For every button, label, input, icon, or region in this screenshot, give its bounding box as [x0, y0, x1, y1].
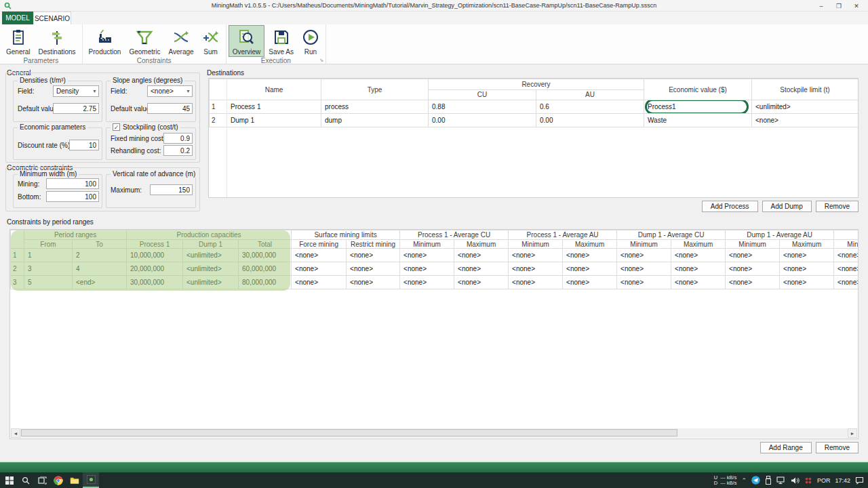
scrollbar-thumb[interactable] [21, 429, 677, 436]
period-cell[interactable]: <unlimited> [183, 262, 239, 276]
stockpile-limit-cell[interactable]: <unlimited> [752, 100, 859, 114]
col-header-au[interactable]: AU [536, 89, 644, 100]
file-explorer-icon[interactable] [66, 472, 83, 488]
column-header[interactable]: Process 1 [127, 240, 183, 249]
miningmath-taskbar-icon[interactable] [83, 472, 99, 488]
period-cell[interactable]: <none> [726, 262, 780, 276]
period-cell[interactable]: <none> [617, 249, 671, 262]
save-as-button[interactable]: Save As [264, 25, 298, 57]
economic-value-cell[interactable]: Process1 [644, 100, 752, 114]
column-group-header[interactable]: Dump 1 - Average AU [726, 230, 834, 240]
period-cell[interactable]: <none> [780, 262, 834, 276]
period-cell[interactable]: 30,000,000 [127, 276, 183, 289]
scroll-left-icon[interactable]: ◄ [11, 428, 20, 438]
col-header-name[interactable]: Name [227, 79, 321, 100]
stockpile-limit-cell[interactable]: <none> [752, 114, 859, 127]
period-cell[interactable]: 20,000,000 [127, 262, 183, 276]
column-group-header[interactable]: Dump 1 - Average CU [617, 230, 726, 240]
general-button[interactable]: General [2, 25, 35, 57]
col-header-stockpile[interactable]: Stockpile limit (t) [752, 79, 859, 100]
stockpiling-checkbox[interactable]: ✓ [113, 123, 120, 131]
period-cell[interactable]: <none> [834, 262, 859, 276]
period-cell[interactable]: 3 [24, 262, 73, 276]
sum-button[interactable]: Sum [198, 25, 224, 57]
period-cell[interactable]: <none> [454, 249, 509, 262]
period-cell[interactable]: <none> [292, 276, 347, 289]
hidden-icons-chevron[interactable]: ⌃ [741, 477, 747, 484]
period-cell[interactable]: <none> [780, 276, 834, 289]
slope-default-input[interactable]: 45 [147, 103, 193, 114]
period-cell[interactable]: <none> [454, 276, 509, 289]
volume-icon[interactable] [791, 476, 800, 485]
rehandling-cost-input[interactable]: 0.2 [163, 145, 193, 156]
network-icon[interactable] [776, 476, 786, 485]
economic-value-cell[interactable]: Waste [644, 114, 752, 127]
period-cell[interactable]: 4 [73, 262, 127, 276]
period-cell[interactable]: <none> [347, 249, 400, 262]
production-button[interactable]: Production [85, 25, 125, 57]
period-cell[interactable]: 1 [24, 249, 73, 262]
period-cell[interactable]: <none> [617, 276, 671, 289]
mining-input[interactable]: 100 [46, 178, 99, 189]
recovery-cu-cell[interactable]: 0.88 [429, 100, 536, 114]
task-view-icon[interactable] [34, 472, 50, 488]
average-button[interactable]: Average [165, 25, 198, 57]
column-group-header[interactable]: Surface mining limits [292, 230, 400, 240]
period-cell[interactable]: <none> [347, 262, 400, 276]
column-header[interactable]: To [73, 240, 127, 249]
period-cell[interactable]: <none> [834, 276, 859, 289]
period-cell[interactable]: <none> [563, 249, 617, 262]
col-header-economic[interactable]: Economic value ($) [644, 79, 752, 100]
period-cell[interactable]: <none> [726, 276, 780, 289]
minimize-button[interactable]: – [812, 0, 830, 12]
period-cell[interactable]: 5 [24, 276, 73, 289]
period-cell[interactable]: <end> [73, 276, 127, 289]
col-header-cu[interactable]: CU [429, 89, 536, 100]
vra-maximum-input[interactable]: 150 [150, 184, 193, 195]
column-header[interactable]: Maximum [454, 240, 509, 249]
language-indicator[interactable]: POR [817, 477, 831, 484]
period-cell[interactable]: <none> [509, 276, 563, 289]
scrollbar-track[interactable] [20, 428, 848, 438]
column-group-header[interactable]: Process 1 - Average CU [400, 230, 509, 240]
period-cell[interactable]: <none> [509, 249, 563, 262]
destination-name-cell[interactable]: Dump 1 [227, 114, 321, 127]
col-header-recovery[interactable]: Recovery [429, 79, 644, 90]
restore-button[interactable]: ❐ [830, 0, 848, 12]
column-header[interactable]: Minimum [400, 240, 454, 249]
period-cell[interactable]: <none> [780, 249, 834, 262]
start-button[interactable] [1, 472, 18, 488]
column-group-header[interactable]: Period ranges [24, 230, 127, 240]
horizontal-scrollbar[interactable]: ◄ ► [11, 428, 857, 438]
period-cell[interactable]: <none> [726, 249, 780, 262]
add-process-button[interactable]: Add Process [702, 201, 758, 212]
slope-field-combo[interactable]: <none>▼ [147, 85, 193, 97]
fixed-mining-cost-input[interactable]: 0.9 [163, 133, 193, 144]
destination-type-cell[interactable]: process [321, 100, 429, 114]
column-group-header[interactable]: Production capacities [127, 230, 292, 240]
geometric-button[interactable]: Geometric [125, 25, 164, 57]
period-cell[interactable]: <none> [400, 249, 454, 262]
discount-rate-input[interactable]: 10 [69, 140, 99, 150]
period-cell[interactable]: <none> [292, 249, 347, 262]
notification-center-icon[interactable] [855, 476, 864, 485]
densities-field-combo[interactable]: Density▼ [53, 85, 99, 97]
remove-range-button[interactable]: Remove [816, 442, 859, 453]
column-header[interactable]: Minimum [617, 240, 671, 249]
recovery-au-cell[interactable]: 0.6 [536, 100, 644, 114]
close-button[interactable]: ✕ [848, 0, 865, 12]
usb-icon[interactable] [765, 476, 772, 485]
add-range-button[interactable]: Add Range [760, 442, 812, 453]
column-group-header[interactable]: Process 1 - Average AU [509, 230, 617, 240]
period-cell[interactable]: <none> [509, 262, 563, 276]
period-cell[interactable]: 60,000,000 [239, 262, 292, 276]
taskbar-clock[interactable]: 17:42 [835, 477, 850, 484]
period-cell[interactable]: <none> [347, 276, 400, 289]
recovery-cu-cell[interactable]: 0.00 [429, 114, 536, 127]
period-cell[interactable]: <none> [400, 262, 454, 276]
telegram-icon[interactable] [751, 476, 760, 485]
tab-scenario[interactable]: SCENARIO [33, 12, 71, 24]
period-cell[interactable]: <none> [454, 262, 509, 276]
period-cell[interactable]: <none> [671, 276, 726, 289]
column-header[interactable]: Minimum [726, 240, 780, 249]
